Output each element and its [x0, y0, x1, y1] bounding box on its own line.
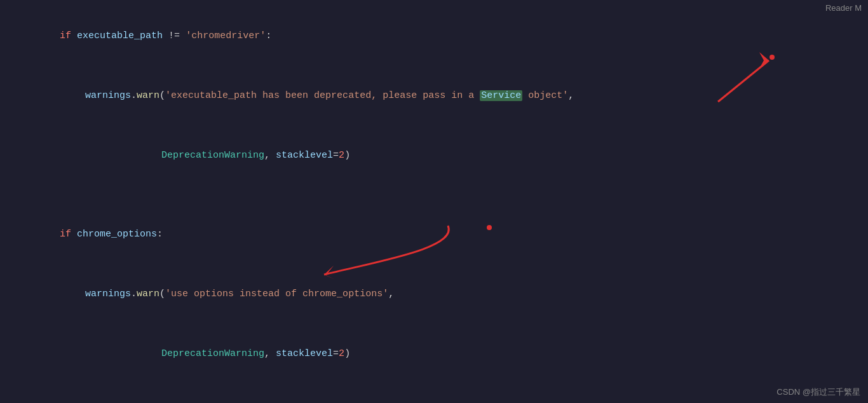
code-line-1: if executable_path != 'chromedriver':	[0, 6, 868, 66]
csdn-label: CSDN @指过三千繁星	[776, 386, 860, 398]
code-line-2: warnings.warn('executable_path has been …	[0, 66, 868, 126]
code-line-6: DeprecationWarning, stacklevel=2)	[0, 324, 868, 384]
line-content: DeprecationWarning, stacklevel=2)	[19, 127, 868, 184]
code-editor: Reader M if executable_path != 'chromedr…	[0, 0, 868, 403]
code-line-7: options = chrome_options	[0, 384, 868, 403]
line-content: warnings.warn('use options instead of ch…	[19, 266, 868, 323]
line-content: DeprecationWarning, stacklevel=2)	[19, 325, 868, 383]
code-line-empty	[0, 186, 868, 205]
code-line-4: if chrome_options:	[0, 205, 868, 264]
line-content: if chrome_options:	[19, 206, 868, 263]
reader-mode-label: Reader M	[825, 3, 862, 13]
line-content: if executable_path != 'chromedriver':	[19, 8, 868, 65]
line-content: options = chrome_options	[19, 385, 868, 403]
code-line-3: DeprecationWarning, stacklevel=2)	[0, 126, 868, 186]
line-content: warnings.warn('executable_path has been …	[19, 67, 868, 125]
code-line-5: warnings.warn('use options instead of ch…	[0, 264, 868, 324]
